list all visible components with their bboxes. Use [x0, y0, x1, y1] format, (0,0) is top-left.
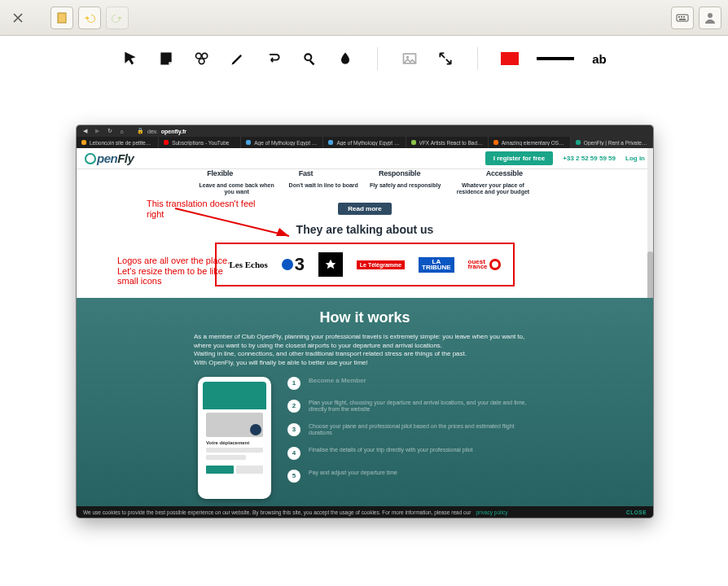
step-text: Plan your flight, choosing your departur…	[309, 400, 532, 413]
browser-tab[interactable]: Amazing elementary OS apps that yo…	[489, 137, 571, 148]
browser-window: ◀ ▶ ↻ ⌂ 🔒 dev.openfly.fr Leboncoin site …	[77, 125, 653, 518]
logo-les-echos: Les Echos	[229, 260, 267, 269]
step: 1Become a Member	[287, 377, 532, 390]
magnify-tool[interactable]	[300, 50, 318, 68]
brand-icon	[85, 153, 96, 164]
brand-text-1: pen	[97, 151, 117, 165]
phone-illustration-label: Votre déplacement	[206, 440, 263, 445]
how-intro: As a member of Club OpenFly, planning yo…	[194, 333, 536, 367]
favicon	[493, 140, 498, 145]
browser-tab[interactable]: OpenFly | Rent a Private Plane	[571, 137, 653, 148]
browser-tab[interactable]: Age of Mythology Egypt Campaign P…	[323, 137, 406, 148]
step-text: Pay and adjust your departure time	[309, 470, 397, 476]
hero-col: Flexible	[207, 169, 233, 177]
tagline: Whatever your place of residence and you…	[452, 182, 533, 195]
step-text: Become a Member	[309, 377, 366, 385]
favicon	[81, 140, 86, 145]
tagline: Fly safely and responsibly	[370, 182, 441, 195]
cookie-text: We use cookies to provide the best possi…	[83, 509, 471, 515]
blur-tool[interactable]	[336, 50, 354, 68]
font-tool[interactable]: ab	[592, 52, 607, 66]
tab-label: Subscriptions - YouTube	[172, 140, 229, 146]
browser-tab[interactable]: Subscriptions - YouTube	[159, 137, 241, 148]
favicon	[576, 140, 581, 145]
hero-col: Fast	[299, 169, 314, 177]
press-logos-box: Les Echos 3 Le Télégramme LATRIBUNE oues…	[215, 243, 515, 286]
cookie-close-button[interactable]: CLOSE	[626, 509, 647, 515]
scrollbar-thumb[interactable]	[647, 251, 653, 304]
how-intro-line: Waiting in line, connections, and other …	[194, 350, 536, 358]
canvas-workspace: ◀ ▶ ↻ ⌂ 🔒 dev.openfly.fr Leboncoin site …	[0, 81, 728, 586]
pencil-tool[interactable]	[229, 50, 247, 68]
line-width-preview[interactable]	[537, 57, 574, 60]
step: 2Plan your flight, choosing your departu…	[287, 400, 532, 413]
tagline: Leave and come back when you want	[196, 182, 278, 195]
phone-illustration: Votre déplacement	[198, 377, 271, 499]
redo-button[interactable]	[106, 7, 129, 29]
site-header: penFly I register for free +33 2 52 59 5…	[77, 148, 653, 169]
hero-col: Accessible	[486, 169, 523, 177]
pointer-tool[interactable]	[121, 50, 139, 68]
favicon	[246, 140, 251, 145]
svg-point-14	[406, 56, 409, 59]
step-number: 5	[287, 470, 300, 483]
favicon	[411, 140, 416, 145]
text-style-tool[interactable]	[265, 50, 283, 68]
section-heading-talking: They are talking about us	[77, 223, 653, 236]
svg-rect-3	[681, 16, 682, 18]
svg-rect-0	[58, 13, 66, 23]
annotation-toolbar: ab	[0, 36, 728, 81]
favicon	[164, 140, 169, 145]
browser-tab[interactable]: Leboncoin site de petites annonces g…	[77, 137, 159, 148]
hero-columns: FlexibleFastResponsibleAccessible	[77, 169, 653, 179]
cookie-banner: We use cookies to provide the best possi…	[77, 506, 653, 518]
svg-rect-2	[678, 16, 680, 18]
annotation-logos: Logos are all over the place. Let's resi…	[117, 256, 230, 286]
color-swatch[interactable]	[501, 52, 519, 65]
home-button[interactable]: ⌂	[118, 128, 125, 135]
step-number: 4	[287, 447, 300, 460]
svg-rect-5	[679, 19, 686, 20]
undo-button[interactable]	[78, 7, 101, 29]
logo-france3: 3	[282, 254, 305, 275]
step-number: 2	[287, 400, 300, 413]
annotation-arrow-1	[175, 208, 305, 241]
browser-tab[interactable]: Age of Mythology Egypt Campaign P…	[241, 137, 323, 148]
note-tool[interactable]	[157, 50, 175, 68]
svg-line-15	[175, 208, 289, 236]
hero-col: Responsible	[379, 169, 420, 177]
document-icon-button[interactable]	[50, 7, 73, 29]
svg-rect-1	[677, 15, 688, 21]
user-icon-button[interactable]	[699, 7, 721, 29]
tab-label: Age of Mythology Egypt Campaign P…	[336, 140, 400, 146]
host-toolbar	[0, 0, 728, 36]
close-button[interactable]	[7, 7, 29, 29]
privacy-policy-link[interactable]: privacy policy	[476, 509, 507, 515]
steps-list: 1Become a Member2Plan your flight, choos…	[287, 377, 532, 499]
shapes-tool[interactable]	[193, 50, 211, 68]
image-tool[interactable]	[401, 50, 419, 68]
step-text: Finalise the details of your trip direct…	[309, 447, 473, 453]
brand-logo[interactable]: penFly	[85, 151, 134, 165]
url-prefix: dev.	[147, 129, 158, 134]
logo-ouest-france: ouestfrance	[468, 259, 501, 270]
forward-button[interactable]: ▶	[94, 128, 101, 135]
svg-point-11	[306, 55, 311, 59]
step-text: Choose your plane and professional pilot…	[309, 423, 532, 437]
favicon	[328, 140, 333, 145]
keyboard-icon-button[interactable]	[671, 7, 694, 29]
login-link[interactable]: Log in	[625, 155, 645, 162]
browser-tab[interactable]: VFX Artists React to Bad & Great CGI…	[406, 137, 489, 148]
read-more-button[interactable]: Read more	[338, 203, 391, 215]
reload-button[interactable]: ↻	[106, 128, 113, 135]
back-button[interactable]: ◀	[81, 128, 89, 135]
browser-nav-bar: ◀ ▶ ↻ ⌂ 🔒 dev.openfly.fr	[77, 125, 653, 137]
svg-point-7	[196, 53, 202, 59]
svg-rect-4	[683, 16, 685, 18]
logo-telegramme: Le Télégramme	[357, 260, 405, 269]
register-button[interactable]: I register for free	[485, 151, 554, 165]
expand-tool[interactable]	[436, 50, 454, 68]
tab-label: VFX Artists React to Bad & Great CGI…	[419, 140, 483, 146]
how-it-works-section: How it works As a member of Club OpenFly…	[77, 298, 653, 509]
url-bar[interactable]: 🔒 dev.openfly.fr	[137, 128, 186, 134]
